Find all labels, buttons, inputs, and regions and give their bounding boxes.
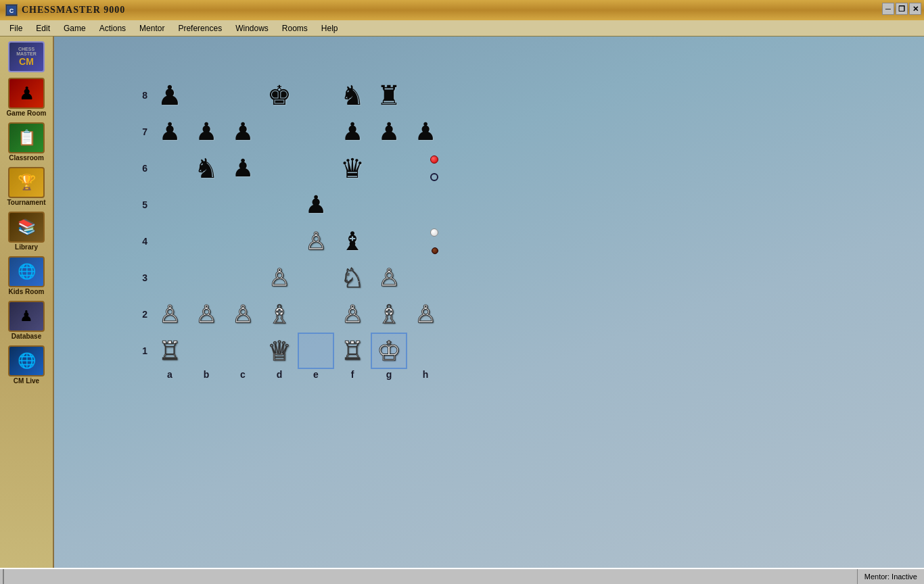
- cell-c5[interactable]: [225, 187, 261, 223]
- cell-f7[interactable]: ♟: [334, 114, 371, 150]
- cell-f1[interactable]: ♖: [334, 333, 371, 369]
- cell-f5[interactable]: [334, 187, 371, 223]
- file-label-c: c: [225, 369, 261, 380]
- sidebar-item-tournament[interactable]: 🏆 Tournament: [3, 165, 49, 208]
- rank-label-3: 3: [135, 272, 147, 283]
- cell-g8[interactable]: ♜: [371, 77, 407, 114]
- cell-h3[interactable]: [407, 260, 444, 296]
- cell-b1[interactable]: [188, 333, 225, 369]
- sidebar-label-tournament: Tournament: [7, 199, 45, 206]
- menu-bar: File Edit Game Actions Mentor Preference…: [0, 20, 924, 36]
- cell-h7[interactable]: ♟: [407, 114, 444, 150]
- sidebar-logo: CHESS MASTER CM: [3, 39, 49, 74]
- rank-label-8: 8: [135, 90, 147, 101]
- menu-actions[interactable]: Actions: [93, 22, 133, 34]
- cell-b4[interactable]: [188, 223, 225, 260]
- sidebar-item-kidsroom[interactable]: 🌐 Kids Room: [3, 254, 49, 297]
- cell-e5[interactable]: ♟: [298, 187, 334, 223]
- cell-e8[interactable]: [298, 77, 334, 114]
- cell-c3[interactable]: [225, 260, 261, 296]
- cell-f4[interactable]: ♝: [334, 223, 371, 260]
- cell-b3[interactable]: [188, 260, 225, 296]
- cell-a4[interactable]: [152, 223, 188, 260]
- cell-d7[interactable]: [261, 114, 298, 150]
- cell-h2[interactable]: ♙: [407, 296, 444, 333]
- sidebar-item-classroom[interactable]: 📋 Classroom: [3, 120, 49, 164]
- cell-g1[interactable]: ♔: [371, 333, 407, 369]
- cell-g7[interactable]: ♟: [371, 114, 407, 150]
- sidebar-item-gameroom[interactable]: ♟ Game Room: [3, 76, 49, 119]
- close-button[interactable]: ✕: [909, 3, 921, 15]
- cell-b5[interactable]: [188, 187, 225, 223]
- menu-file[interactable]: File: [3, 22, 29, 34]
- cell-f2[interactable]: ♙: [334, 296, 371, 333]
- cell-a5[interactable]: [152, 187, 188, 223]
- file-label-a: a: [152, 369, 188, 380]
- cell-e4[interactable]: ♙: [298, 223, 334, 260]
- cell-g4[interactable]: [371, 223, 407, 260]
- cell-d4[interactable]: [261, 223, 298, 260]
- cell-g5[interactable]: [371, 187, 407, 223]
- cell-a8[interactable]: ♟: [152, 77, 188, 114]
- sidebar-item-library[interactable]: 📚 Library: [3, 210, 49, 253]
- cell-d8[interactable]: ♚: [261, 77, 298, 114]
- menu-preferences[interactable]: Preferences: [171, 22, 229, 34]
- cell-a2[interactable]: ♙: [152, 296, 188, 333]
- sidebar-item-cmlive[interactable]: 🌐 CM Live: [3, 343, 49, 387]
- cell-d3[interactable]: ♙: [261, 260, 298, 296]
- board-rank-8: 8 ♟ ♚ ♞ ♜: [135, 77, 444, 114]
- cell-h4[interactable]: [407, 223, 444, 260]
- cell-b6[interactable]: ♞: [188, 150, 225, 187]
- file-label-b: b: [188, 369, 225, 380]
- board-rank-1: 1 ♖ ♕ ♖ ♔: [135, 333, 444, 369]
- cell-e1[interactable]: [298, 333, 334, 369]
- cell-c8[interactable]: [225, 77, 261, 114]
- cell-c2[interactable]: ♙: [225, 296, 261, 333]
- cell-h8[interactable]: [407, 77, 444, 114]
- board-rank-6: 6 ♞ ♟ ♛: [135, 150, 444, 187]
- cell-c1[interactable]: [225, 333, 261, 369]
- restore-button[interactable]: ❐: [896, 3, 908, 15]
- menu-windows[interactable]: Windows: [229, 22, 275, 34]
- cell-a3[interactable]: [152, 260, 188, 296]
- minimize-button[interactable]: ─: [882, 3, 894, 15]
- cell-e6[interactable]: [298, 150, 334, 187]
- cell-e2[interactable]: [298, 296, 334, 333]
- cell-f3[interactable]: ♘: [334, 260, 371, 296]
- cell-a6[interactable]: [152, 150, 188, 187]
- cell-a7[interactable]: ♟: [152, 114, 188, 150]
- cell-d5[interactable]: [261, 187, 298, 223]
- cell-g6[interactable]: [371, 150, 407, 187]
- cell-d2[interactable]: ♗: [261, 296, 298, 333]
- menu-edit[interactable]: Edit: [29, 22, 57, 34]
- cell-g3[interactable]: ♙: [371, 260, 407, 296]
- menu-help[interactable]: Help: [315, 22, 345, 34]
- cell-b2[interactable]: ♙: [188, 296, 225, 333]
- cell-d1[interactable]: ♕: [261, 333, 298, 369]
- board-rank-2: 2 ♙ ♙ ♙ ♗ ♙ ♗ ♙: [135, 296, 444, 333]
- cell-e7[interactable]: [298, 114, 334, 150]
- cell-d6[interactable]: [261, 150, 298, 187]
- status-left: [3, 569, 858, 584]
- svg-text:C: C: [9, 7, 14, 14]
- cell-g2[interactable]: ♗: [371, 296, 407, 333]
- cell-h5[interactable]: [407, 187, 444, 223]
- sidebar-label-classroom: Classroom: [9, 154, 44, 162]
- cell-h1[interactable]: [407, 333, 444, 369]
- cell-c7[interactable]: ♟: [225, 114, 261, 150]
- cell-a1[interactable]: ♖: [152, 333, 188, 369]
- menu-rooms[interactable]: Rooms: [275, 22, 315, 34]
- rank-label-6: 6: [135, 163, 147, 174]
- cell-b7[interactable]: ♟: [188, 114, 225, 150]
- menu-game[interactable]: Game: [57, 22, 93, 34]
- cell-b8[interactable]: [188, 77, 225, 114]
- sidebar-item-database[interactable]: ♟ Database: [3, 299, 49, 342]
- menu-mentor[interactable]: Mentor: [133, 22, 171, 34]
- cell-f6[interactable]: ♛: [334, 150, 371, 187]
- cell-f8[interactable]: ♞: [334, 77, 371, 114]
- cell-e3[interactable]: [298, 260, 334, 296]
- cell-c6[interactable]: ♟: [225, 150, 261, 187]
- cell-h6[interactable]: [407, 150, 444, 187]
- cell-c4[interactable]: [225, 223, 261, 260]
- sidebar-label-kidsroom: Kids Room: [9, 288, 45, 295]
